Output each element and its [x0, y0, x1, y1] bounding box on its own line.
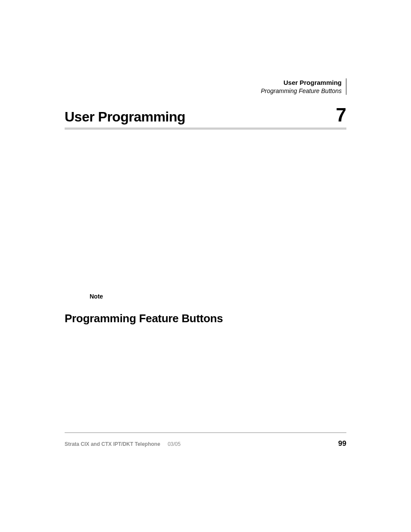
footer-doc-info: Strata CIX and CTX IPT/DKT Telephone 03/…: [65, 441, 181, 447]
footer-date: 03/05: [168, 441, 181, 447]
footer-doc-title: Strata CIX and CTX IPT/DKT Telephone: [65, 441, 160, 447]
footer-rule: [65, 432, 346, 433]
running-header-title: User Programming: [261, 78, 342, 87]
running-header: User Programming Programming Feature But…: [261, 78, 346, 95]
chapter-heading: User Programming 7: [65, 106, 346, 130]
running-header-subtitle: Programming Feature Buttons: [261, 87, 342, 95]
footer-page-number: 99: [338, 439, 346, 448]
page-footer: Strata CIX and CTX IPT/DKT Telephone 03/…: [65, 439, 346, 448]
section-heading: Programming Feature Buttons: [65, 312, 223, 325]
chapter-title: User Programming: [65, 109, 185, 125]
chapter-number: 7: [336, 106, 346, 124]
note-label: Note: [90, 293, 103, 300]
document-page: User Programming Programming Feature But…: [0, 0, 411, 532]
